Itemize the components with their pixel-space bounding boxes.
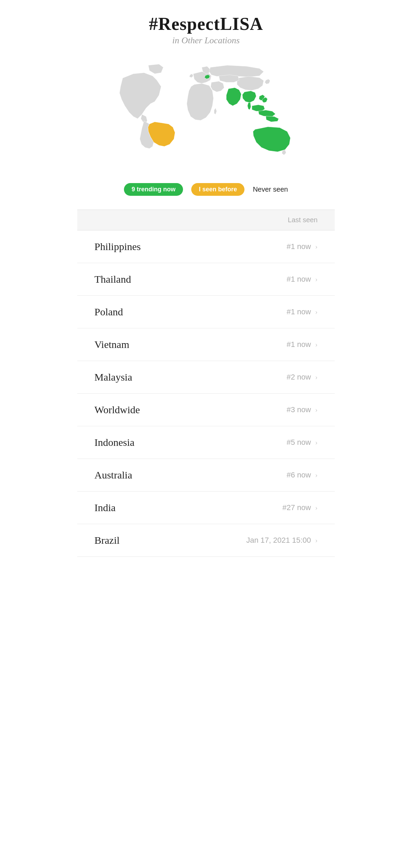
legend-never: Never seen [253,185,288,193]
country-name: Australia [94,469,132,481]
legend-trending[interactable]: 9 trending now [124,183,183,196]
chevron-right-icon: › [315,405,318,414]
country-right: #1 now › [287,275,318,284]
country-row[interactable]: Brazil Jan 17, 2021 15:00 › [77,524,335,557]
country-row[interactable]: Poland #1 now › [77,296,335,328]
chevron-right-icon: › [315,275,318,284]
country-status: Jan 17, 2021 15:00 [246,536,311,545]
country-name: Poland [94,306,123,318]
never-text: Never seen [253,185,288,193]
country-name: Vietnam [94,339,129,350]
page-title: #RespectLISA [84,14,328,34]
chevron-right-icon: › [315,242,318,251]
country-status: #5 now [287,438,311,447]
country-right: #2 now › [287,373,318,382]
country-status: #1 now [287,307,311,316]
country-row[interactable]: Thailand #1 now › [77,263,335,296]
country-right: #5 now › [287,438,318,447]
country-right: #3 now › [287,405,318,414]
country-status: #1 now [287,340,311,349]
country-row[interactable]: Malaysia #2 now › [77,361,335,394]
country-status: #27 now [282,503,311,512]
seen-badge: I seen before [191,183,244,196]
country-name: Thailand [94,273,131,285]
chevron-right-icon: › [315,307,318,316]
header: #RespectLISA in Other Locations [77,0,335,53]
country-row[interactable]: Indonesia #5 now › [77,426,335,459]
country-status: #2 now [287,373,311,382]
last-seen-header: Last seen [288,216,318,224]
country-row[interactable]: India #27 now › [77,492,335,524]
map-legend: 9 trending now I seen before Never seen [77,176,335,210]
country-right: #27 now › [282,503,318,512]
country-row[interactable]: Philippines #1 now › [77,230,335,263]
map-container [77,53,335,176]
trending-badge: 9 trending now [124,183,183,196]
country-row[interactable]: Australia #6 now › [77,459,335,492]
page-subtitle: in Other Locations [84,35,328,46]
country-row[interactable]: Vietnam #1 now › [77,328,335,361]
country-right: #1 now › [287,340,318,349]
country-name: Malaysia [94,371,132,383]
country-row[interactable]: Worldwide #3 now › [77,394,335,426]
country-right: #6 now › [287,471,318,480]
chevron-right-icon: › [315,340,318,349]
country-name: Indonesia [94,437,135,448]
table-header: Last seen [77,210,335,230]
country-right: #1 now › [287,307,318,316]
chevron-right-icon: › [315,536,318,545]
country-status: #1 now [287,242,311,251]
country-name: Brazil [94,534,119,546]
country-right: #1 now › [287,242,318,251]
country-list: Philippines #1 now › Thailand #1 now › P… [77,230,335,557]
country-name: Worldwide [94,404,140,416]
country-right: Jan 17, 2021 15:00 › [246,536,318,545]
chevron-right-icon: › [315,438,318,447]
legend-seen[interactable]: I seen before [191,183,244,196]
world-map [110,59,302,169]
country-name: India [94,502,116,514]
country-status: #3 now [287,405,311,414]
chevron-right-icon: › [315,471,318,480]
country-name: Philippines [94,241,141,252]
chevron-right-icon: › [315,373,318,382]
country-status: #1 now [287,275,311,284]
country-status: #6 now [287,471,311,480]
chevron-right-icon: › [315,503,318,512]
